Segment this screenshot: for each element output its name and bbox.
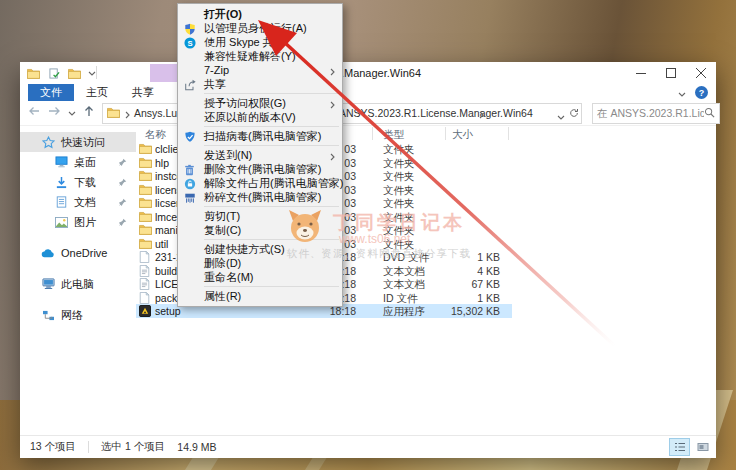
menu-item-5[interactable]: 共享 [178,77,342,91]
sidebar-item-desktop[interactable]: 桌面 [20,152,136,172]
breadcrumb-chevron-icon[interactable] [125,109,130,121]
recent-locations-chevron-icon[interactable] [68,106,76,118]
file-type: 文件夹 [383,225,415,236]
sidebar-item-documents[interactable]: 文档 [20,192,136,212]
skype-icon: S [183,36,196,49]
tencent-delete-icon [183,163,196,176]
qat-new-folder-icon[interactable] [66,66,82,80]
quick-access-icon [40,136,56,149]
menu-item-8[interactable]: 还原以前的版本(V) [178,110,342,124]
breadcrumb-chevron-icon[interactable] [479,109,484,121]
pin-icon [118,197,127,209]
menu-separator [204,286,339,287]
sidebar-item-downloads[interactable]: 下载 [20,172,136,192]
file-type: 文本文档 [383,279,425,290]
menu-item-22[interactable]: 重命名(M) [178,270,342,284]
search-input[interactable]: 在 ANSYS.2023.R1.License.... [592,103,720,124]
menu-item-label: 重命名(M) [204,270,254,285]
sidebar-item-pictures[interactable]: 图片 [20,212,136,232]
scan-shield-icon [183,130,196,143]
pictures-icon [53,217,69,228]
file-type: 文件夹 [383,185,415,196]
file-size: 15,302 KB [420,306,500,317]
menu-item-12[interactable]: 发送到(N) [178,148,342,162]
sidebar-item-quick-access[interactable]: 快速访问 [20,132,136,152]
app-icon [139,305,151,319]
documents-icon [53,196,69,208]
ribbon-expand-chevron-icon[interactable] [678,87,686,99]
menu-item-4[interactable]: 7-Zip [178,63,342,77]
file-type: 文本文档 [383,266,425,277]
downloads-icon [53,176,69,189]
folder-icon [139,238,152,251]
uac-shield-icon [183,22,196,35]
menu-item-label: 创建快捷方式(S) [204,242,285,257]
menu-item-label: 使用 Skype 共享 [204,35,285,50]
folder-icon [139,170,152,183]
menu-item-18[interactable]: 复制(C) [178,223,342,237]
close-button[interactable] [686,62,716,84]
breadcrumb-current[interactable]: ANSYS.2023.R1.License.Manager.Win64 [339,107,533,119]
column-header-name[interactable]: 名称 [145,128,166,142]
tencent-shred-icon [183,191,196,204]
explorer-main: 快速访问桌面下载文档图片OneDrive此电脑网络 名称 修改日期 类型 大小 … [20,126,716,436]
refresh-icon[interactable] [569,108,579,120]
menu-separator [204,93,339,94]
pin-icon [118,157,127,169]
file-date: 18:18 [250,306,356,317]
context-menu: 打开(O)以管理员身份运行(A)S使用 Skype 共享兼容性疑难解答(Y)7-… [177,3,343,307]
column-separator[interactable] [372,127,373,140]
details-view-icon[interactable] [670,439,689,455]
file-size: 4 KB [420,266,500,277]
minimize-button[interactable] [626,62,656,84]
column-header-type[interactable]: 类型 [383,128,404,142]
menu-item-10[interactable]: 扫描病毒(腾讯电脑管家) [178,129,342,143]
menu-separator [204,145,339,146]
qat-customize-chevron-icon[interactable] [84,66,100,80]
file-type: 文件夹 [383,144,415,155]
tab-file[interactable]: 文件 [28,84,74,101]
back-icon[interactable] [28,106,40,118]
address-dropdown-chevron-icon[interactable] [557,110,565,122]
menu-item-20[interactable]: 创建快捷方式(S) [178,242,342,256]
sidebar-item-label: OneDrive [61,247,107,259]
sidebar-item-network[interactable]: 网络 [20,305,136,325]
share-icon [183,78,196,91]
tab-share[interactable]: 共享 [120,84,166,101]
menu-item-label: 属性(R) [204,289,241,304]
sidebar-item-onedrive[interactable]: OneDrive [20,243,136,263]
menu-item-1[interactable]: 以管理员身份运行(A) [178,21,342,35]
menu-item-15[interactable]: 粉碎文件(腾讯电脑管家) [178,190,342,204]
qat-properties-icon[interactable] [46,66,62,80]
pin-icon [118,177,127,189]
forward-icon[interactable] [48,106,60,118]
menu-item-13[interactable]: 删除文件(腾讯电脑管家) [178,162,342,176]
menu-item-7[interactable]: 授予访问权限(G) [178,96,342,110]
maximize-button[interactable] [656,62,686,84]
up-icon[interactable] [84,105,94,119]
menu-item-24[interactable]: 属性(R) [178,289,342,303]
column-header-size[interactable]: 大小 [452,128,473,142]
this-pc-icon [40,278,56,290]
menu-item-0[interactable]: 打开(O) [178,7,342,21]
explorer-window: ANSYS.2023.R1.License.Manager.Win64 文件 主… [20,62,716,458]
menu-item-label: 还原以前的版本(V) [204,110,296,125]
column-separator[interactable] [508,127,509,140]
onedrive-icon [40,248,56,258]
menu-item-3[interactable]: 兼容性疑难解答(Y) [178,49,342,63]
menu-item-17[interactable]: 剪切(T) [178,209,342,223]
large-icons-view-icon[interactable] [693,439,712,455]
menu-item-21[interactable]: 删除(D) [178,256,342,270]
file-name: hlp [155,158,169,169]
sidebar-item-this-pc[interactable]: 此电脑 [20,274,136,294]
tab-home[interactable]: 主页 [74,84,120,101]
folder-icon [139,197,152,210]
search-icon[interactable] [704,107,715,120]
menu-item-14[interactable]: 解除文件占用(腾讯电脑管家) [178,176,342,190]
menu-item-2[interactable]: S使用 Skype 共享 [178,35,342,49]
column-separator[interactable] [445,127,446,140]
help-icon[interactable]: ? [695,86,708,99]
sidebar-item-label: 快速访问 [61,135,105,150]
pin-icon [118,217,127,229]
folder-icon [139,143,152,156]
